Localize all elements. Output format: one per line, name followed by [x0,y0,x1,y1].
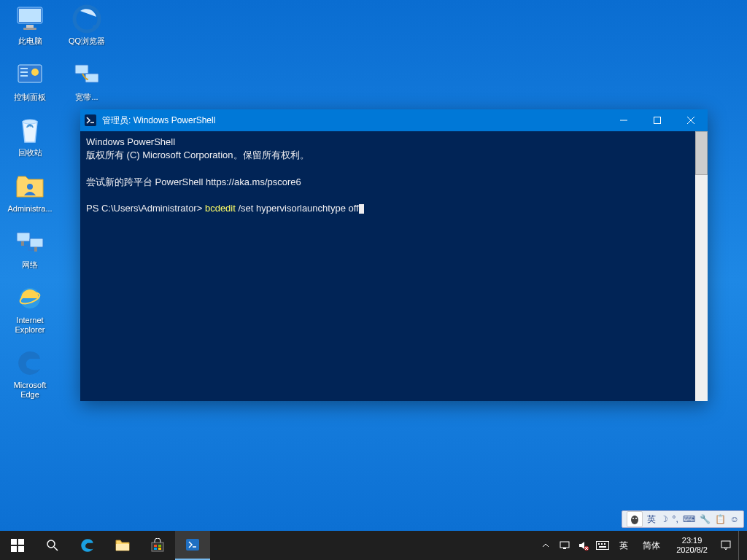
svg-rect-38 [158,545,161,547]
system-tray: 英 简体 23:19 2020/8/2 [535,531,747,560]
ime-punct-icon[interactable]: °, [673,514,678,524]
icon-qq-browser[interactable]: QQ浏览器 [61,3,112,46]
minimize-button[interactable] [607,109,640,131]
powershell-icon [80,109,101,131]
taskbar: 英 简体 23:19 2020/8/2 [0,531,747,560]
desktop-icons-col1: 此电脑 控制面板 回收站 Administra... 网络 [4,3,55,400]
tray-ime-mode[interactable]: 简体 [638,540,665,552]
svg-rect-35 [116,544,129,551]
network-icon [14,227,46,259]
svg-point-33 [47,540,55,548]
tray-ime-keyboard-icon[interactable] [596,539,609,552]
icon-recycle-bin[interactable]: 回收站 [4,114,55,158]
terminal-body[interactable]: Windows PowerShell 版权所有 (C) Microsoft Co… [80,131,708,401]
term-line: 尝试新的跨平台 PowerShell https://aka.ms/pscore… [86,176,702,189]
tray-ime-lang[interactable]: 英 [615,540,632,552]
svg-point-8 [31,69,39,76]
taskbar-edge[interactable] [70,531,105,560]
qq-browser-icon [71,3,103,35]
svg-rect-50 [604,543,605,545]
svg-point-10 [27,184,33,190]
term-line [86,162,702,175]
term-prompt-line: PS C:\Users\Administrator> bcdedit /set … [86,202,702,215]
taskbar-store[interactable] [140,531,175,560]
ime-lang-indicator[interactable]: 英 [647,513,656,526]
svg-rect-3 [23,28,36,30]
monitor-icon [14,3,46,35]
svg-rect-19 [75,65,88,74]
icon-label: 宽带... [75,93,98,102]
tray-network-icon[interactable] [558,539,571,552]
close-button[interactable] [674,109,708,131]
desktop: 此电脑 控制面板 回收站 Administra... 网络 [0,0,747,560]
tray-chevron-up-icon[interactable] [539,539,552,552]
icon-this-pc[interactable]: 此电脑 [4,3,55,46]
svg-rect-42 [560,542,569,548]
tray-clock[interactable]: 23:19 2020/8/2 [670,536,713,555]
scrollbar-thumb[interactable] [695,131,708,175]
user-folder-icon [14,171,46,203]
term-line [86,189,702,202]
icon-label: 网络 [22,260,38,270]
svg-rect-36 [152,542,163,551]
taskbar-file-explorer[interactable] [105,531,140,560]
titlebar[interactable]: 管理员: Windows PowerShell [80,109,708,131]
scrollbar[interactable] [695,131,708,401]
tray-volume-icon[interactable] [577,539,590,552]
icon-label: Microsoft Edge [5,381,55,399]
svg-rect-29 [11,539,17,545]
term-line: 版权所有 (C) Microsoft Corporation。保留所有权利。 [86,149,702,162]
maximize-button[interactable] [640,109,674,131]
ime-moon-icon[interactable]: ☽ [660,514,668,524]
icon-network[interactable]: 网络 [4,227,55,270]
icon-control-panel[interactable]: 控制面板 [4,59,55,102]
svg-point-27 [632,518,634,519]
svg-rect-20 [85,74,98,82]
broadband-icon [71,59,103,91]
term-line: Windows PowerShell [86,136,702,149]
window-controls [607,109,708,131]
svg-rect-37 [154,545,157,547]
svg-rect-11 [17,233,30,241]
svg-rect-6 [20,71,28,73]
window-title: 管理员: Windows PowerShell [101,114,607,127]
icon-edge[interactable]: Microsoft Edge [4,347,55,399]
icon-broadband[interactable]: 宽带... [61,59,112,102]
prompt-text: PS C:\Users\Administrator> [86,203,202,214]
tray-notifications-icon[interactable] [719,539,732,552]
svg-rect-40 [158,548,161,550]
svg-rect-32 [18,546,24,552]
start-button[interactable] [0,531,35,560]
clock-date: 2020/8/2 [676,545,708,555]
svg-rect-49 [601,543,603,545]
taskbar-spacer [210,531,535,560]
icon-admin-folder[interactable]: Administra... [4,171,55,214]
icon-label: 回收站 [18,148,42,158]
ime-floating-bar[interactable]: 英 ☽ °, ⌨ 🔧 📋 ☺ [622,510,744,528]
ime-wrench-icon[interactable]: 🔧 [700,514,711,524]
svg-rect-23 [654,117,661,124]
taskbar-powershell[interactable] [175,531,210,560]
icon-ie[interactable]: Internet Explorer [4,282,55,334]
search-button[interactable] [35,531,70,560]
ime-smiley-icon[interactable]: ☺ [730,514,739,524]
show-desktop-button[interactable] [738,531,743,560]
svg-rect-47 [597,542,609,550]
qq-ime-icon[interactable] [627,511,643,527]
svg-rect-2 [26,25,34,28]
ime-keyboard-icon[interactable]: ⌨ [683,514,695,524]
svg-rect-31 [11,546,17,552]
command-args: /set hypervisorlaunchtype off [236,203,359,214]
svg-point-18 [93,25,97,29]
svg-rect-52 [721,541,730,548]
svg-rect-12 [30,238,43,247]
recycle-bin-icon [14,114,46,147]
internet-explorer-icon [14,282,46,314]
powershell-window: 管理员: Windows PowerShell Windows PowerShe… [80,109,708,401]
microsoft-edge-icon [14,347,46,379]
svg-rect-39 [154,548,157,550]
ime-clipboard-icon[interactable]: 📋 [715,514,726,524]
svg-rect-48 [598,543,600,545]
svg-point-9 [23,120,37,124]
desktop-icons-col2: QQ浏览器 宽带... [61,3,112,101]
